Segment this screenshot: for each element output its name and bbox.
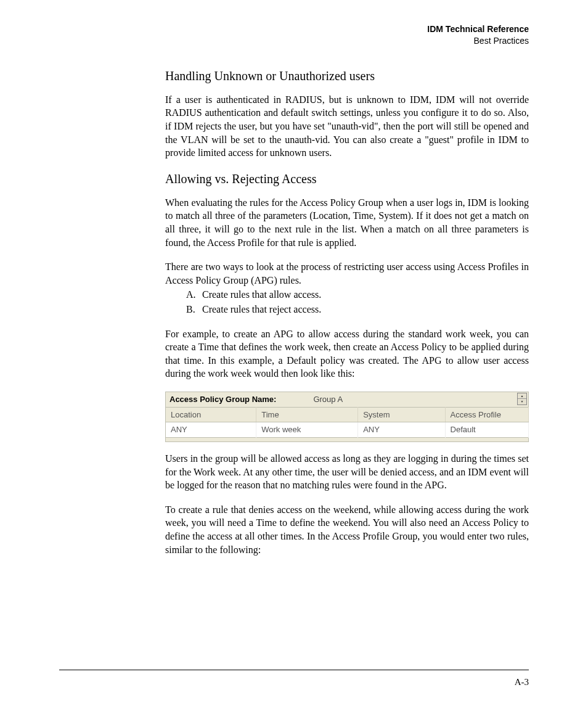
spinner-control[interactable]: ▲ ▼ bbox=[517, 393, 527, 405]
para-example-intro: For example, to create an APG to allow a… bbox=[165, 327, 529, 380]
col-location: Location bbox=[166, 407, 256, 422]
doc-title: IDM Technical Reference bbox=[59, 23, 529, 35]
col-system: System bbox=[358, 407, 445, 422]
cell-access-profile: Default bbox=[445, 422, 528, 438]
para-deny-weekend: To create a rule that denies access on t… bbox=[165, 503, 529, 556]
para-after-table: Users in the group will be allowed acces… bbox=[165, 452, 529, 492]
body-content: Handling Unknown or Unauthorized users I… bbox=[165, 68, 529, 556]
apg-table: Location Time System Access Profile ANY … bbox=[165, 407, 529, 438]
spinner-up-icon[interactable]: ▲ bbox=[518, 393, 526, 400]
list-letter-b: B. bbox=[186, 303, 202, 316]
apg-name-value: Group A bbox=[313, 394, 343, 405]
para-apg-eval: When evaluating the rules for the Access… bbox=[165, 196, 529, 249]
cell-location: ANY bbox=[166, 422, 256, 438]
list-item: B.Create rules that reject access. bbox=[186, 303, 529, 316]
doc-section: Best Practices bbox=[59, 35, 529, 47]
rule-options-list: A.Create rules that allow access. B.Crea… bbox=[186, 288, 529, 316]
table-row[interactable]: ANY Work week ANY Default bbox=[166, 422, 529, 438]
page-number: A-3 bbox=[515, 677, 529, 688]
apg-footer-bar bbox=[165, 438, 529, 442]
cell-system: ANY bbox=[358, 422, 445, 438]
col-access-profile: Access Profile bbox=[445, 407, 528, 422]
cell-time: Work week bbox=[256, 422, 358, 438]
heading-unknown-users: Handling Unknown or Unauthorized users bbox=[165, 68, 529, 84]
footer-rule bbox=[59, 670, 529, 670]
table-header-row: Location Time System Access Profile bbox=[166, 407, 529, 422]
page: IDM Technical Reference Best Practices H… bbox=[0, 0, 588, 706]
running-header: IDM Technical Reference Best Practices bbox=[59, 23, 529, 47]
col-time: Time bbox=[256, 407, 358, 422]
para-unknown-users: If a user is authenticated in RADIUS, bu… bbox=[165, 93, 529, 160]
apg-screenshot: Access Policy Group Name: Group A ▲ ▼ Lo… bbox=[165, 392, 529, 442]
list-item: A.Create rules that allow access. bbox=[186, 288, 529, 302]
list-text-b: Create rules that reject access. bbox=[202, 304, 321, 314]
list-letter-a: A. bbox=[186, 288, 202, 302]
spinner-down-icon[interactable]: ▼ bbox=[518, 399, 526, 404]
para-two-ways: There are two ways to look at the proces… bbox=[165, 260, 529, 287]
apg-header-bar: Access Policy Group Name: Group A ▲ ▼ bbox=[165, 392, 529, 407]
heading-allow-reject: Allowing vs. Rejecting Access bbox=[165, 171, 529, 187]
list-text-a: Create rules that allow access. bbox=[202, 289, 321, 300]
apg-name-label: Access Policy Group Name: bbox=[169, 394, 276, 405]
